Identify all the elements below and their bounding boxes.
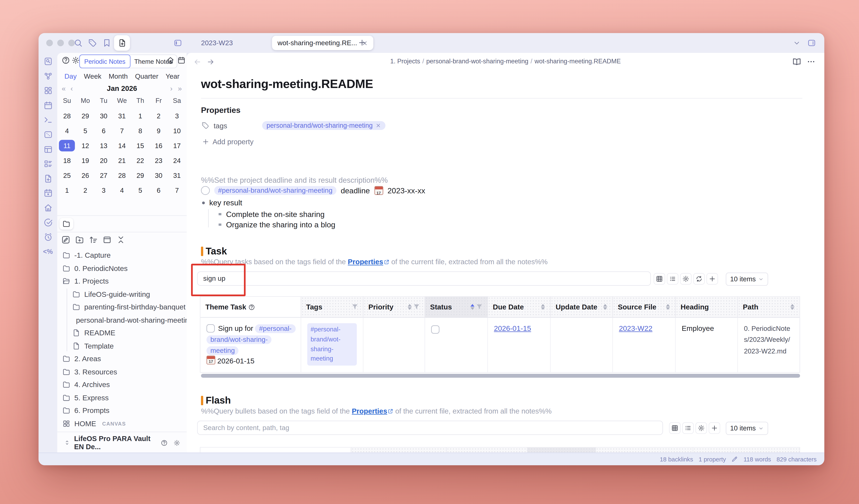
col-status[interactable]: Status [425, 297, 488, 318]
layout-icon[interactable] [43, 144, 52, 154]
tree-item[interactable]: 5. Express [57, 391, 187, 404]
sort-asc-icon[interactable] [541, 304, 545, 307]
tag-pill[interactable]: #personal-brand/wot-sharing-meeting [214, 186, 336, 195]
view-day[interactable]: Day [64, 73, 77, 80]
source-file-link[interactable]: 2023-W22 [619, 324, 652, 333]
calendar-day[interactable]: 5 [76, 123, 94, 138]
calendar-day[interactable]: 27 [94, 168, 113, 183]
view-year[interactable]: Year [166, 73, 180, 80]
window-minimize-button[interactable] [57, 40, 64, 46]
panel-right-icon[interactable] [807, 39, 816, 47]
backlinks-count[interactable]: 18 backlinks [660, 456, 693, 462]
calendar-day[interactable]: 25 [58, 168, 76, 183]
calendar-icon[interactable] [43, 101, 52, 110]
col-source-file[interactable]: Source File [613, 297, 676, 318]
new-note-icon[interactable] [61, 235, 71, 244]
sort-icon[interactable] [89, 235, 98, 244]
task-search-input[interactable] [197, 271, 651, 286]
table-view-button[interactable] [653, 273, 665, 285]
due-date-link[interactable]: 2026-01-15 [494, 324, 531, 333]
calendar-day[interactable]: 3 [168, 108, 186, 123]
calendar-day[interactable]: 31 [113, 108, 131, 123]
add-property-button[interactable]: Add property [202, 138, 254, 146]
sort-desc-icon[interactable] [470, 307, 475, 310]
todo-checkbox[interactable] [201, 186, 210, 195]
col-theme-task[interactable]: Theme Task [200, 297, 301, 318]
next-year-button[interactable]: » [178, 84, 182, 92]
calendar-day[interactable]: 4 [113, 183, 131, 198]
col-path[interactable]: Path [738, 297, 799, 318]
col-update-date[interactable]: Update Date [551, 297, 613, 318]
calendar-day[interactable]: 6 [94, 123, 113, 138]
add-row-button[interactable] [709, 422, 720, 434]
bookmark-icon[interactable] [103, 39, 111, 47]
tag-icon[interactable] [88, 39, 97, 47]
properties-link[interactable]: Properties [348, 258, 383, 266]
alarm-clock-icon[interactable] [43, 232, 52, 242]
file-explorer-tab[interactable] [60, 218, 73, 230]
more-options-icon[interactable] [807, 57, 815, 66]
sort-asc-icon-active[interactable] [470, 304, 475, 307]
tree-item[interactable]: personal-brand-wot-sharing-meeting [57, 314, 187, 326]
help-circle-icon[interactable] [161, 439, 168, 447]
terminal-icon[interactable] [43, 115, 52, 125]
calendar-day[interactable]: 4 [58, 123, 76, 138]
flash-search-input[interactable] [197, 421, 663, 435]
home-icon[interactable] [43, 203, 52, 213]
calendar-day[interactable]: 10 [168, 123, 186, 138]
calendar-day[interactable]: 29 [131, 168, 150, 183]
col-update-date[interactable]: Update Date [528, 447, 596, 453]
calendar-day[interactable]: 15 [131, 138, 150, 153]
check-circle-icon[interactable] [43, 218, 52, 227]
sort-desc-icon[interactable] [407, 307, 412, 310]
col-tags[interactable]: Tags [351, 447, 447, 453]
help-circle-icon[interactable] [248, 304, 255, 310]
items-count-dropdown[interactable]: 10 items [726, 422, 768, 435]
tree-item[interactable]: 2. Areas [57, 352, 187, 365]
sort-asc-icon[interactable] [407, 304, 412, 307]
calendar-day[interactable]: 30 [94, 108, 113, 123]
workflow-icon[interactable] [43, 71, 52, 81]
calendar-day[interactable]: 21 [113, 153, 131, 168]
settings-button[interactable] [680, 273, 692, 285]
vault-switcher[interactable]: LifeOS Pro PARA Vault EN De... [57, 432, 187, 453]
calendar-day[interactable]: 20 [94, 153, 113, 168]
calendar-day[interactable]: 31 [168, 168, 186, 183]
add-row-button[interactable] [706, 273, 718, 285]
col-source-file[interactable]: Source File [447, 447, 528, 453]
template-icon[interactable]: <% [43, 247, 52, 257]
calendar-day[interactable]: 1 [131, 108, 150, 123]
file-search-icon[interactable] [43, 57, 52, 66]
sort-desc-icon[interactable] [541, 307, 545, 310]
task-checkbox[interactable] [206, 324, 215, 333]
calendar-day[interactable]: 8 [131, 123, 150, 138]
tab-periodic-notes[interactable]: Periodic Notes [79, 55, 131, 68]
new-file-button[interactable] [114, 35, 130, 51]
calendar-day[interactable]: 6 [150, 183, 168, 198]
tag-pill[interactable]: #personal-brand/wot-sharing-meeting [307, 323, 357, 366]
calendar-day[interactable]: 1 [58, 183, 76, 198]
canvas-icon[interactable] [43, 130, 52, 139]
sort-asc-icon[interactable] [790, 304, 795, 307]
col-tags[interactable]: Tags [301, 297, 363, 318]
close-icon[interactable] [376, 123, 381, 128]
chevron-down-icon[interactable] [793, 39, 801, 47]
col-heading[interactable]: Heading [596, 447, 693, 453]
tree-item[interactable]: 3. Resources [57, 365, 187, 378]
tree-item[interactable]: 1. Projects [57, 275, 187, 288]
file-plus-icon[interactable] [43, 174, 52, 183]
gear-icon[interactable] [173, 439, 180, 447]
calendar-day[interactable]: 7 [168, 183, 186, 198]
calendar-day[interactable]: 22 [131, 153, 150, 168]
calendar-day[interactable]: 18 [58, 153, 76, 168]
new-folder-icon[interactable] [75, 235, 84, 244]
view-quarter[interactable]: Quarter [135, 73, 159, 80]
list-view-button[interactable] [682, 422, 694, 434]
tree-item[interactable]: 4. Archives [57, 378, 187, 391]
col-priority[interactable]: Priority [363, 297, 425, 318]
settings-button[interactable] [695, 422, 707, 434]
window-close-button[interactable] [46, 40, 53, 46]
home-icon[interactable] [166, 56, 175, 65]
book-open-icon[interactable] [793, 57, 801, 66]
gear-icon[interactable] [72, 56, 80, 65]
